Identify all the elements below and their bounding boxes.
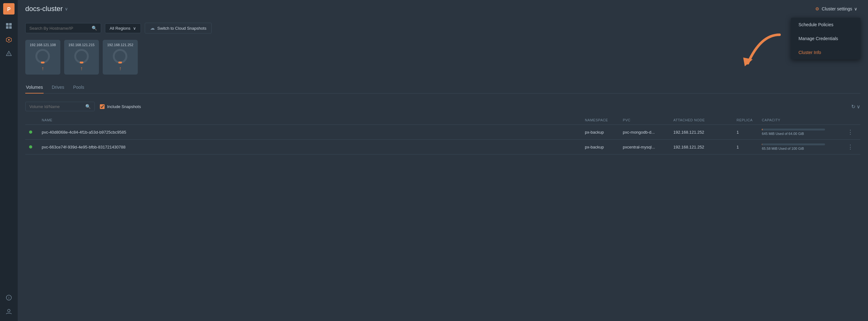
volume-search-input[interactable] xyxy=(29,104,83,109)
svg-rect-3 xyxy=(9,23,12,26)
refresh-chevron: ∨ xyxy=(857,104,860,109)
cloud-snapshot-button[interactable]: ☁ Switch to Cloud Snapshots xyxy=(145,23,212,33)
row-capacity-1: 65.58 MiB Used of 100 GiB xyxy=(762,143,844,150)
capacity-text-0: 645 MiB Used of 64.00 GiB xyxy=(762,132,844,135)
sidebar-item-user[interactable] xyxy=(3,306,14,317)
table-row: pvc-40d8068e-4c84-4f1b-a53d-b9725cbc9585… xyxy=(25,125,860,140)
dropdown-item-schedule[interactable]: Schedule Policies xyxy=(791,18,860,32)
node-card-1[interactable]: 192.168.121.215 ↑ xyxy=(64,40,99,74)
col-replica: REPLICA xyxy=(737,118,762,122)
cloud-icon: ☁ xyxy=(150,25,155,31)
cluster-settings-label: Cluster settings xyxy=(822,6,852,11)
cluster-title[interactable]: docs-cluster ∨ xyxy=(25,5,68,13)
node-ip-0: 192.168.121.108 xyxy=(30,43,56,47)
node-card-2[interactable]: 192.168.121.252 ↑ xyxy=(103,40,138,74)
capacity-track-0 xyxy=(762,129,825,130)
region-selector[interactable]: All Regions ∨ xyxy=(105,23,141,33)
tab-drives[interactable]: Drives xyxy=(51,82,65,94)
hostname-search-box[interactable]: 🔍 xyxy=(25,23,101,33)
tab-pools[interactable]: Pools xyxy=(72,82,85,94)
gear-icon: ⚙ xyxy=(815,6,819,11)
col-capacity: CAPACITY xyxy=(762,118,844,122)
cloud-snapshot-label: Switch to Cloud Snapshots xyxy=(157,26,206,31)
node-donut-0 xyxy=(34,48,51,64)
row-more-button-1[interactable]: ⋮ xyxy=(844,143,857,150)
settings-chevron-icon: ∨ xyxy=(854,6,857,11)
cluster-settings-dropdown: Schedule Policies Manage Credentials Clu… xyxy=(791,18,860,59)
svg-text:P: P xyxy=(7,7,11,12)
node-donut-2 xyxy=(112,48,128,64)
table-row: pvc-663ce74f-939d-4e95-bfbb-831721430788… xyxy=(25,140,860,155)
sidebar-item-alerts[interactable] xyxy=(3,48,14,59)
row-replica-1: 1 xyxy=(737,145,762,150)
row-node-1: 192.168.121.252 xyxy=(673,145,737,150)
capacity-track-1 xyxy=(762,143,825,145)
node-ip-2: 192.168.121.252 xyxy=(107,43,133,47)
svg-point-7 xyxy=(8,39,10,41)
sidebar-item-nodes[interactable] xyxy=(3,34,14,45)
sidebar-item-dashboard[interactable] xyxy=(3,20,14,32)
node-ip-1: 192.168.121.215 xyxy=(68,43,95,47)
svg-point-14 xyxy=(36,50,49,63)
svg-rect-5 xyxy=(9,26,12,29)
table-header: NAME NAMESPACE PVC ATTACHED NODE REPLICA… xyxy=(25,116,860,125)
content-area: 🔍 All Regions ∨ ☁ Switch to Cloud Snapsh… xyxy=(18,18,868,321)
col-status xyxy=(29,118,42,122)
svg-text:i: i xyxy=(8,296,9,299)
row-status-1 xyxy=(29,145,42,150)
row-name-0: pvc-40d8068e-4c84-4f1b-a53d-b9725cbc9585 xyxy=(42,130,585,135)
cluster-settings-button[interactable]: ⚙ Cluster settings ∨ xyxy=(812,4,860,13)
status-dot-1 xyxy=(29,145,32,149)
refresh-button[interactable]: ↻ ∨ xyxy=(851,104,860,109)
row-node-0: 192.168.121.252 xyxy=(673,130,737,135)
sidebar-logo[interactable]: P xyxy=(3,3,14,14)
svg-point-16 xyxy=(75,50,88,63)
refresh-icon: ↻ xyxy=(851,104,855,109)
cluster-chevron: ∨ xyxy=(65,6,68,11)
volumes-table: NAME NAMESPACE PVC ATTACHED NODE REPLICA… xyxy=(25,116,860,155)
svg-point-12 xyxy=(8,309,10,312)
col-namespace: NAMESPACE xyxy=(585,118,623,122)
dropdown-item-credentials[interactable]: Manage Credentials xyxy=(791,32,860,45)
row-pvc-0: pxc-mongodb-d... xyxy=(623,130,673,135)
row-more-button-0[interactable]: ⋮ xyxy=(844,129,857,135)
row-pvc-1: pxcentral-mysql... xyxy=(623,145,673,150)
capacity-fill-1 xyxy=(762,143,762,145)
svg-point-18 xyxy=(114,50,126,63)
col-attached-node: ATTACHED NODE xyxy=(673,118,737,122)
svg-rect-2 xyxy=(6,23,8,26)
col-name: NAME xyxy=(42,118,585,122)
node-donut-1 xyxy=(73,48,90,64)
volume-filter-left: 🔍 Include Snapshots xyxy=(25,102,141,111)
volume-filter-bar: 🔍 Include Snapshots ↻ ∨ xyxy=(25,99,860,116)
region-label: All Regions xyxy=(110,26,130,31)
nodes-row: 192.168.121.108 ↑ 192.168.121.215 xyxy=(25,40,860,74)
col-actions xyxy=(844,118,857,122)
sidebar-item-info[interactable]: i xyxy=(3,292,14,303)
volume-search-icon: 🔍 xyxy=(85,104,91,109)
capacity-text-1: 65.58 MiB Used of 100 GiB xyxy=(762,147,844,150)
row-namespace-1: px-backup xyxy=(585,145,623,150)
filter-bar: 🔍 All Regions ∨ ☁ Switch to Cloud Snapsh… xyxy=(25,18,860,40)
include-snapshots-wrapper[interactable]: Include Snapshots xyxy=(100,104,141,109)
row-replica-0: 1 xyxy=(737,130,762,135)
tab-volumes[interactable]: Volumes xyxy=(25,82,43,94)
include-snapshots-checkbox[interactable] xyxy=(100,104,104,109)
col-pvc: PVC xyxy=(623,118,673,122)
svg-rect-4 xyxy=(6,26,8,29)
node-arrow-up-1: ↑ xyxy=(80,66,83,71)
row-namespace-0: px-backup xyxy=(585,130,623,135)
row-capacity-0: 645 MiB Used of 64.00 GiB xyxy=(762,129,844,135)
main-content: docs-cluster ∨ ⚙ Cluster settings ∨ Sche… xyxy=(18,0,868,321)
region-chevron-icon: ∨ xyxy=(133,26,136,31)
row-status-0 xyxy=(29,130,42,135)
dropdown-item-clusterinfo[interactable]: Cluster Info xyxy=(791,45,860,59)
cluster-name: docs-cluster xyxy=(25,5,63,13)
volume-search-box[interactable]: 🔍 xyxy=(25,102,95,111)
node-arrow-up-0: ↑ xyxy=(41,66,44,71)
node-card-0[interactable]: 192.168.121.108 ↑ xyxy=(25,40,60,74)
svg-point-8 xyxy=(8,54,9,55)
hostname-search-input[interactable] xyxy=(29,26,89,31)
status-dot-0 xyxy=(29,130,32,134)
row-name-1: pvc-663ce74f-939d-4e95-bfbb-831721430788 xyxy=(42,145,585,150)
